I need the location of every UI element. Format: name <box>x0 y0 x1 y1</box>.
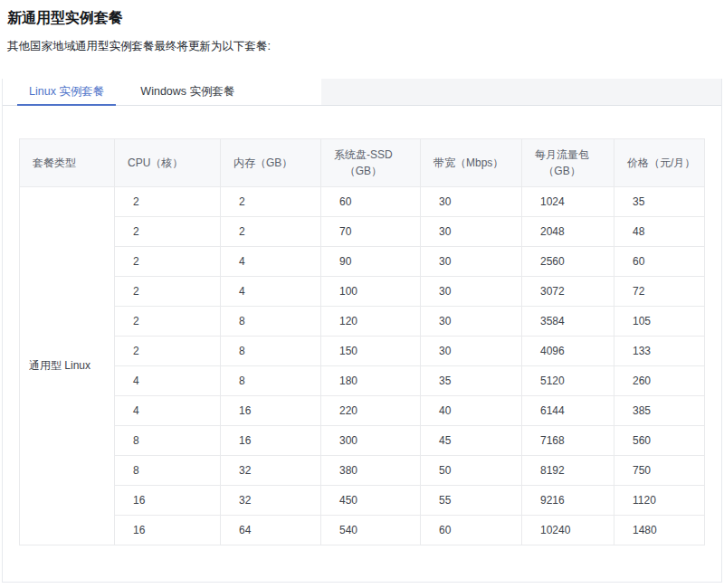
table-cell: 560 <box>614 426 705 456</box>
column-header-system-disk: 系统盘-SSD（GB） <box>321 139 421 187</box>
table-cell: 2 <box>115 277 221 307</box>
instance-spec-table: 套餐类型 CPU（核） 内存（GB） 系统盘-SSD（GB） 带宽（Mbps） … <box>19 138 705 545</box>
column-header-bandwidth: 带宽（Mbps） <box>421 139 522 187</box>
table-cell: 2 <box>115 307 221 337</box>
row-group-label: 通用型 Linux <box>20 187 115 545</box>
table-cell: 10240 <box>522 516 614 545</box>
table-cell: 4 <box>115 396 221 426</box>
table-cell: 2 <box>115 247 221 277</box>
table-cell: 1120 <box>614 486 705 516</box>
table-cell: 45 <box>421 426 522 456</box>
tab-list: Linux 实例套餐 Windows 实例套餐 <box>3 79 321 105</box>
table-cell: 32 <box>221 456 321 486</box>
table-cell: 2 <box>115 217 221 247</box>
table-cell: 450 <box>321 486 421 516</box>
table-cell: 300 <box>321 426 421 456</box>
table-cell: 120 <box>321 307 421 337</box>
table-cell: 40 <box>421 396 522 426</box>
table-cell: 380 <box>321 456 421 486</box>
table-cell: 70 <box>321 217 421 247</box>
table-cell: 4096 <box>522 337 614 366</box>
table-cell: 2048 <box>522 217 614 247</box>
table-body: 通用型 Linux2260301024352270302048482490302… <box>20 187 705 545</box>
table-cell: 180 <box>321 366 421 396</box>
column-header-memory: 内存（GB） <box>221 139 321 187</box>
table-cell: 60 <box>321 187 421 217</box>
table-row: 通用型 Linux226030102435 <box>20 187 705 217</box>
table-cell: 3584 <box>522 307 614 337</box>
table-cell: 4 <box>115 366 221 396</box>
table-row: 832380508192750 <box>20 456 705 486</box>
table-row: 249030256060 <box>20 247 705 277</box>
page-subtitle: 其他国家地域通用型实例套餐最终将更新为以下套餐: <box>0 39 724 54</box>
table-cell: 8 <box>115 456 221 486</box>
table-cell: 64 <box>221 516 321 545</box>
table-cell: 105 <box>614 307 705 337</box>
table-cell: 9216 <box>522 486 614 516</box>
table-cell: 8 <box>115 426 221 456</box>
table-cell: 5120 <box>522 366 614 396</box>
table-row: 416220406144385 <box>20 396 705 426</box>
table-cell: 1024 <box>522 187 614 217</box>
table-cell: 2 <box>115 337 221 366</box>
table-cell: 4 <box>221 247 321 277</box>
table-cell: 16 <box>221 396 321 426</box>
table-cell: 30 <box>421 337 522 366</box>
table-cell: 35 <box>614 187 705 217</box>
page-title: 新通用型实例套餐 <box>0 0 724 27</box>
column-header-monthly-traffic: 每月流量包（GB） <box>522 139 614 187</box>
table-cell: 55 <box>421 486 522 516</box>
table-cell: 60 <box>421 516 522 545</box>
table-cell: 2560 <box>522 247 614 277</box>
table-cell: 60 <box>614 247 705 277</box>
table-row: 16324505592161120 <box>20 486 705 516</box>
table-cell: 540 <box>321 516 421 545</box>
table-cell: 100 <box>321 277 421 307</box>
table-row: 48180355120260 <box>20 366 705 396</box>
table-cell: 4 <box>221 277 321 307</box>
table-cell: 133 <box>614 337 705 366</box>
table-row: 28120303584105 <box>20 307 705 337</box>
table-cell: 220 <box>321 396 421 426</box>
table-row: 2410030307272 <box>20 277 705 307</box>
tab-bar: Linux 实例套餐 Windows 实例套餐 <box>3 79 721 106</box>
table-cell: 2 <box>221 217 321 247</box>
table-cell: 35 <box>421 366 522 396</box>
table-cell: 260 <box>614 366 705 396</box>
table-cell: 150 <box>321 337 421 366</box>
table-cell: 385 <box>614 396 705 426</box>
table-cell: 30 <box>421 277 522 307</box>
table-cell: 3072 <box>522 277 614 307</box>
table-cell: 32 <box>221 486 321 516</box>
table-cell: 2 <box>221 187 321 217</box>
table-cell: 7168 <box>522 426 614 456</box>
table-cell: 50 <box>421 456 522 486</box>
table-row: 166454060102401480 <box>20 516 705 545</box>
table-cell: 90 <box>321 247 421 277</box>
table-cell: 16 <box>221 426 321 456</box>
column-header-cpu: CPU（核） <box>115 139 221 187</box>
tab-linux[interactable]: Linux 实例套餐 <box>17 79 116 105</box>
column-header-price: 价格（元/月） <box>614 139 705 187</box>
table-row: 227030204848 <box>20 217 705 247</box>
table-cell: 16 <box>115 486 221 516</box>
table-row: 816300457168560 <box>20 426 705 456</box>
table-cell: 750 <box>614 456 705 486</box>
table-header-row: 套餐类型 CPU（核） 内存（GB） 系统盘-SSD（GB） 带宽（Mbps） … <box>20 139 705 187</box>
table-row: 28150304096133 <box>20 337 705 366</box>
tab-panel-container: Linux 实例套餐 Windows 实例套餐 套餐类型 CPU（核） 内存（G… <box>2 79 722 583</box>
table-cell: 72 <box>614 277 705 307</box>
tab-windows[interactable]: Windows 实例套餐 <box>129 79 246 105</box>
table-cell: 6144 <box>522 396 614 426</box>
column-header-package-type: 套餐类型 <box>20 139 115 187</box>
table-cell: 8192 <box>522 456 614 486</box>
table-cell: 30 <box>421 247 522 277</box>
table-cell: 8 <box>221 337 321 366</box>
table-cell: 30 <box>421 187 522 217</box>
table-cell: 8 <box>221 366 321 396</box>
table-cell: 30 <box>421 307 522 337</box>
table-cell: 48 <box>614 217 705 247</box>
table-cell: 30 <box>421 217 522 247</box>
table-cell: 1480 <box>614 516 705 545</box>
table-cell: 8 <box>221 307 321 337</box>
